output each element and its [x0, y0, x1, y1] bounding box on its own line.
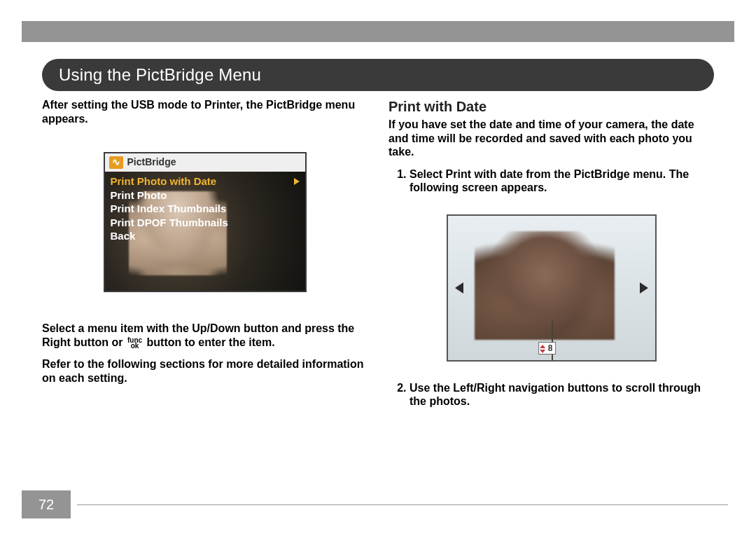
photo-preview: 8: [447, 214, 657, 362]
lcd-header-text: PictBridge: [127, 156, 176, 168]
flower-graphic-2: [475, 231, 615, 340]
lcd-header: ∿ PictBridge: [105, 153, 305, 172]
section-title-text: Using the PictBridge Menu: [59, 65, 261, 85]
right-column: Print with Date If you have set the date…: [388, 98, 714, 413]
step-2: Use the Left/Right navigation buttons to…: [410, 381, 714, 408]
menu-item: Print Photo: [111, 188, 300, 202]
photo-counter: 8: [538, 342, 556, 355]
steps-list: Select Print with date from the PictBrid…: [388, 167, 714, 195]
step-1: Select Print with date from the PictBrid…: [410, 167, 714, 195]
page-number: 72: [22, 490, 71, 518]
steps-list-cont: Use the Left/Right navigation buttons to…: [388, 381, 714, 408]
select-text-b: button to enter the item.: [144, 336, 275, 348]
updown-icon: [540, 345, 545, 353]
chevron-right-icon: [294, 178, 300, 185]
refer-paragraph: Refer to the following sections for more…: [42, 357, 368, 385]
right-intro: If you have set the date and time of you…: [388, 118, 714, 159]
menu-item-selected: Print Photo with Date: [111, 174, 300, 188]
counter-value: 8: [548, 343, 553, 354]
footer-divider: [77, 504, 728, 505]
menu-item: Print DPOF Thumbnails: [111, 216, 300, 230]
pictbridge-menu-screenshot: ∿ PictBridge Print Photo with Date Print…: [104, 152, 307, 292]
menu-item: Print Index Thumbnails: [111, 202, 300, 216]
func-ok-button-icon: funcok: [127, 338, 142, 349]
left-column: After setting the USB mode to Printer, t…: [42, 98, 368, 413]
content: After setting the USB mode to Printer, t…: [42, 98, 714, 413]
pictbridge-icon: ∿: [109, 156, 123, 169]
nav-left-icon: [455, 282, 463, 294]
menu-item: Back: [111, 229, 300, 243]
subheading: Print with Date: [388, 98, 714, 115]
select-instruction: Select a menu item with the Up/Down butt…: [42, 322, 368, 349]
ok-label: ok: [127, 343, 142, 349]
lcd-background: Print Photo with Date Print Photo Print …: [105, 172, 305, 291]
nav-right-icon: [640, 282, 648, 294]
lcd-menu-list: Print Photo with Date Print Photo Print …: [105, 172, 305, 246]
intro-paragraph: After setting the USB mode to Printer, t…: [42, 98, 368, 125]
page-number-value: 72: [38, 497, 54, 513]
section-title: Using the PictBridge Menu: [42, 59, 714, 91]
menu-item-label: Print Photo with Date: [111, 174, 217, 188]
top-bar: [22, 21, 734, 42]
